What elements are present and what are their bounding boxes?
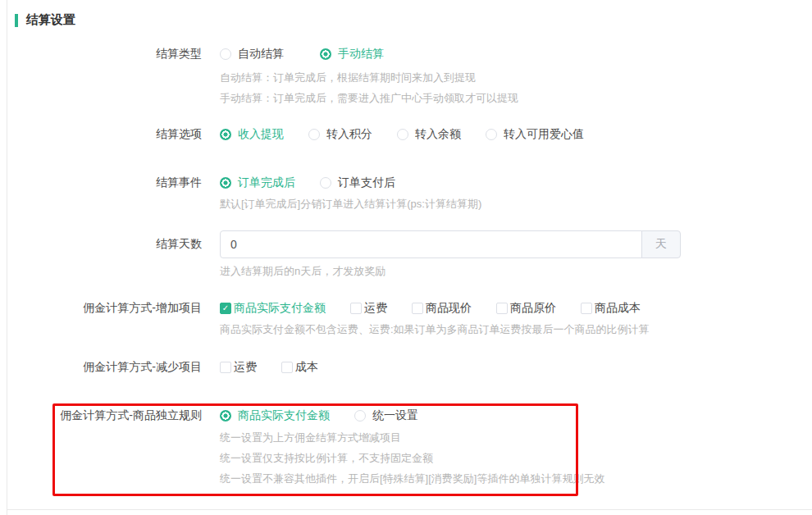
page-title: 结算设置 — [26, 12, 75, 28]
settle-days-label: 结算天数 — [7, 237, 202, 252]
radio-icon — [308, 129, 320, 140]
radio-income-withdraw[interactable]: 收入提现 — [220, 127, 284, 142]
checkbox-icon — [581, 303, 592, 314]
commission-minus-options: 运费 成本 — [220, 360, 318, 375]
commission-item-rule-options: 商品实际支付金额 统一设置 — [220, 408, 418, 423]
help-text: 商品实际支付金额不包含运费、运费:如果订单为多商品订单运费按最后一个商品的比例计… — [220, 319, 812, 340]
radio-checked-icon — [320, 48, 331, 60]
help-text: 统一设置仅支持按比例计算，不支持固定金额 — [220, 448, 812, 468]
commission-minus-label: 佣金计算方式-减少项目 — [7, 360, 202, 375]
settings-page: 结算设置 结算类型 自动结算 手动结算 自动结算：订单完成后，根据结算期时间来加… — [0, 0, 812, 515]
radio-to-love-value[interactable]: 转入可用爱心值 — [486, 127, 584, 142]
checkbox-checked-icon — [220, 303, 231, 314]
radio-order-completed[interactable]: 订单完成后 — [220, 175, 295, 190]
settle-option-options: 收入提现 转入积分 转入余额 转入可用爱心值 — [220, 127, 584, 142]
settle-event-options: 订单完成后 订单支付后 — [220, 175, 395, 190]
checkbox-icon — [412, 303, 423, 314]
row-commission-minus: 佣金计算方式-减少项目 运费 成本 — [7, 360, 812, 375]
settle-type-label: 结算类型 — [7, 47, 202, 62]
radio-to-points[interactable]: 转入积分 — [308, 127, 372, 142]
checkbox-minus-freight[interactable]: 运费 — [220, 360, 257, 375]
checkbox-goods-cost[interactable]: 商品成本 — [581, 301, 641, 316]
commission-add-help: 商品实际支付金额不包含运费、运费:如果订单为多商品订单运费按最后一个商品的比例计… — [220, 319, 812, 340]
help-text: 进入结算期后的n天后，才发放奖励 — [220, 261, 812, 281]
radio-to-balance[interactable]: 转入余额 — [397, 127, 461, 142]
checkbox-icon — [220, 362, 231, 373]
radio-icon — [397, 129, 408, 140]
radio-unified-setting[interactable]: 统一设置 — [354, 408, 418, 423]
checkbox-icon — [496, 303, 508, 314]
radio-checked-icon — [220, 410, 231, 422]
panel-bottom-border — [7, 509, 812, 510]
settle-event-help: 默认[订单完成后]分销订单进入结算计算(ps:计算结算期) — [220, 194, 812, 214]
checkbox-actual-pay-amount[interactable]: 商品实际支付金额 — [220, 301, 326, 316]
settle-days-unit: 天 — [641, 230, 681, 258]
checkbox-minus-cost[interactable]: 成本 — [281, 360, 318, 375]
radio-item-actual-pay-amount[interactable]: 商品实际支付金额 — [220, 408, 330, 423]
help-text: 手动结算：订单完成后，需要进入推广中心手动领取才可以提现 — [220, 88, 812, 108]
row-settle-event: 结算事件 订单完成后 订单支付后 — [7, 175, 812, 190]
commission-item-rule-label: 佣金计算方式-商品独立规则 — [7, 408, 202, 423]
checkbox-icon — [350, 303, 362, 314]
checkbox-current-price[interactable]: 商品现价 — [412, 301, 472, 316]
settle-type-help: 自动结算：订单完成后，根据结算期时间来加入到提现 手动结算：订单完成后，需要进入… — [220, 67, 812, 108]
row-settle-type: 结算类型 自动结算 手动结算 — [7, 47, 812, 62]
settle-type-options: 自动结算 手动结算 — [220, 47, 384, 62]
title-accent-bar-icon — [15, 14, 18, 27]
row-settle-days: 结算天数 天 — [7, 230, 812, 258]
radio-order-paid[interactable]: 订单支付后 — [320, 175, 395, 190]
commission-add-options: 商品实际支付金额 运费 商品现价 商品原价 商品成本 — [220, 301, 641, 316]
checkbox-original-price[interactable]: 商品原价 — [496, 301, 556, 316]
help-text: 自动结算：订单完成后，根据结算期时间来加入到提现 — [220, 67, 812, 88]
radio-icon — [486, 129, 497, 140]
radio-icon — [354, 410, 366, 422]
row-settle-option: 结算选项 收入提现 转入积分 转入余额 转入可用爱心值 — [7, 127, 812, 142]
commission-add-label: 佣金计算方式-增加项目 — [7, 301, 202, 316]
checkbox-icon — [281, 362, 293, 373]
radio-manual-settle[interactable]: 手动结算 — [320, 47, 384, 62]
radio-icon — [320, 177, 331, 189]
radio-checked-icon — [220, 129, 231, 140]
settlement-settings-panel: 结算设置 结算类型 自动结算 手动结算 自动结算：订单完成后，根据结算期时间来加… — [7, 0, 812, 489]
section-title: 结算设置 — [15, 0, 812, 28]
radio-auto-settle[interactable]: 自动结算 — [220, 47, 284, 62]
checkbox-freight[interactable]: 运费 — [350, 301, 387, 316]
radio-checked-icon — [220, 177, 231, 189]
settle-days-input-group: 天 — [220, 230, 681, 258]
settle-days-help: 进入结算期后的n天后，才发放奖励 — [220, 261, 812, 281]
settle-days-input[interactable] — [220, 230, 642, 258]
radio-icon — [220, 48, 231, 60]
help-text: 统一设置为上方佣金结算方式增减项目 — [220, 427, 812, 448]
commission-item-rule-help: 统一设置为上方佣金结算方式增减项目 统一设置仅支持按比例计算，不支持固定金额 统… — [220, 427, 812, 489]
help-text: 默认[订单完成后]分销订单进入结算计算(ps:计算结算期) — [220, 194, 812, 214]
help-text: 统一设置不兼容其他插件，开启后[特殊结算][消费奖励]等插件的单独计算规则无效 — [220, 468, 812, 489]
settle-option-label: 结算选项 — [7, 127, 202, 142]
row-commission-item-rule: 佣金计算方式-商品独立规则 商品实际支付金额 统一设置 — [7, 408, 812, 423]
settle-event-label: 结算事件 — [7, 175, 202, 190]
row-commission-add: 佣金计算方式-增加项目 商品实际支付金额 运费 商品现价 商品原价 — [7, 301, 812, 316]
